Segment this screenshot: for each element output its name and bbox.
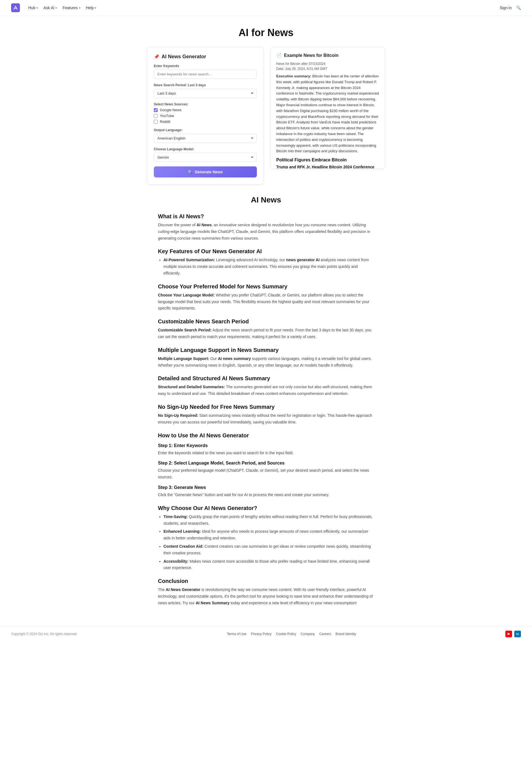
section-language-support: Multiple Language Support in News Summar… [158,347,374,353]
what-is-ai-news-body: Discover the power of AI News, an innova… [158,222,374,242]
search-icon: 🔍 [188,170,193,174]
no-signup-body: No Sign-Up Required: Start summarizing n… [158,412,374,426]
list-item: Content Creation Aid: Content creators c… [163,543,374,556]
keyword-group: Enter Keywords [154,64,257,79]
section-how-to-use: How to Use the AI News Generator [158,432,374,439]
tool-section: 📌 AI News Generator Enter Keywords News … [141,47,391,184]
footer-brand[interactable]: Brand Identity [336,632,356,636]
period-group: News Search Period: Last 3 days Last 3 d… [154,83,257,98]
section-choose-model: Choose Your Preferred Model for News Sum… [158,284,374,290]
search-icon[interactable]: 🔍 [516,6,521,10]
article-section: AI News What is AI News? Discover the po… [147,195,385,626]
section-no-signup: No Sign-Up Needed for Free News Summary [158,404,374,410]
hero-section: AI for News [0,16,532,47]
footer-company[interactable]: Company [301,632,315,636]
copyright: Copyright © 2024 Giz Inc. All rights res… [11,632,78,636]
linkedin-icon[interactable]: in [514,631,521,637]
section-key-features: Key Features of Our News Generator AI [158,248,374,254]
chevron-down-icon: ▾ [37,6,38,9]
choose-model-body: Choose Your Language Model: Whether you … [158,292,374,312]
google-news-checkbox[interactable] [154,108,158,112]
nav-hub[interactable]: Hub ▾ [28,6,38,10]
detailed-summaries-body: Structured and Detailed Summaries: The s… [158,384,374,397]
sources-label: Select News Sources: [154,102,257,106]
svg-rect-0 [11,3,20,12]
keyword-input[interactable] [154,70,257,79]
chevron-down-icon: ▾ [95,6,96,9]
footer: Copyright © 2024 Giz Inc. All rights res… [0,626,532,642]
step-1-body: Enter the keywords related to the news y… [158,450,374,457]
sources-checkboxes: Google News YouTube Reddit [154,108,257,124]
source-youtube[interactable]: YouTube [154,114,257,118]
list-item: Accessibility: Makes news content more a… [163,558,374,572]
period-select[interactable]: Last 3 days Last 7 days Last 14 days Las… [154,89,257,98]
step-1-heading: Step 1: Enter Keywords [158,443,374,448]
period-label: News Search Period: Last 3 days [154,83,257,87]
nav-ask-ai[interactable]: Ask AI ▾ [44,6,57,10]
customizable-period-body: Customizable Search Period: Adjust the n… [158,327,374,340]
youtube-icon[interactable]: ▶ [506,631,512,637]
source-google-news[interactable]: Google News [154,108,257,112]
source-reddit[interactable]: Reddit [154,120,257,124]
news-headline-sub: Trump and RFK Jr. Headline Bitcoin 2024 … [276,165,379,169]
language-label: Output Language: [154,128,257,132]
generate-button[interactable]: 🔍 Generate News [154,166,257,177]
language-group: Output Language: American English Britis… [154,128,257,143]
language-support-body: Multiple Language Support: Our AI news s… [158,356,374,369]
footer-privacy[interactable]: Privacy Policy [251,632,272,636]
navbar: Hub ▾ Ask AI ▾ Features ▾ Help ▾ Sign-in… [0,0,532,16]
news-summary: Executive summary: Bitcoin has been at t… [276,73,379,154]
generator-card: 📌 AI News Generator Enter Keywords News … [147,47,264,184]
article-title: AI News [158,195,374,204]
footer-terms[interactable]: Terms of Use [227,632,247,636]
nav-help[interactable]: Help ▾ [86,6,96,10]
list-item: AI-Powered Summarization: Leveraging adv… [163,257,374,277]
section-why-choose: Why Choose Our AI News Generator? [158,505,374,512]
youtube-checkbox[interactable] [154,114,158,118]
step-3-body: Click the "Generate News" button and wai… [158,492,374,498]
doc-icon: 📄 [276,53,282,58]
logo[interactable] [11,3,20,12]
footer-careers[interactable]: Careers [319,632,331,636]
page-title: AI for News [6,27,526,39]
example-card: 📄 Example News for Bitcoin News for Bitc… [270,47,385,169]
key-features-list: AI-Powered Summarization: Leveraging adv… [158,257,374,277]
footer-links: Terms of Use Privacy Policy Cookie Polic… [227,632,356,636]
nav-links: Hub ▾ Ask AI ▾ Features ▾ Help ▾ [28,6,500,10]
news-headline-big: Political Figures Embrace Bitcoin [276,158,379,163]
step-2-body: Choose your preferred language model (Ch… [158,467,374,481]
social-links: ▶ in [506,631,521,637]
pin-icon: 📌 [154,54,159,59]
news-meta: News for Bitcoin after 07/23/2024 Date: … [276,61,379,71]
chevron-down-icon: ▾ [55,6,57,9]
section-customizable-period: Customizable News Search Period [158,318,374,325]
model-select[interactable]: Gemini ChatGPT Claude [154,153,257,162]
model-group: Choose Language Model: Gemini ChatGPT Cl… [154,147,257,162]
reddit-checkbox[interactable] [154,120,158,124]
list-item: Enhanced Learning: Ideal for anyone who … [163,528,374,542]
footer-cookie[interactable]: Cookie Policy [276,632,296,636]
why-choose-list: Time-Saving: Quickly grasp the main poin… [158,514,374,571]
conclusion-body: The AI News Generator is revolutionizing… [158,587,374,606]
section-what-is-ai-news: What is AI News? [158,213,374,220]
keyword-label: Enter Keywords [154,64,257,68]
sources-group: Select News Sources: Google News YouTube… [154,102,257,124]
generator-title: 📌 AI News Generator [154,54,257,60]
section-detailed-summaries: Detailed and Structured AI News Summary [158,375,374,381]
signin-link[interactable]: Sign-in [500,6,512,10]
example-title: 📄 Example News for Bitcoin [276,53,379,58]
step-3-heading: Step 3: Generate News [158,485,374,490]
chevron-down-icon: ▾ [79,6,80,9]
step-2-heading: Step 2: Select Language Model, Search Pe… [158,461,374,466]
nav-features[interactable]: Features ▾ [62,6,80,10]
model-label: Choose Language Model: [154,147,257,151]
language-select[interactable]: American English British English Spanish… [154,134,257,143]
nav-right: Sign-in 🔍 [500,6,521,10]
section-conclusion: Conclusion [158,578,374,584]
list-item: Time-Saving: Quickly grasp the main poin… [163,514,374,527]
